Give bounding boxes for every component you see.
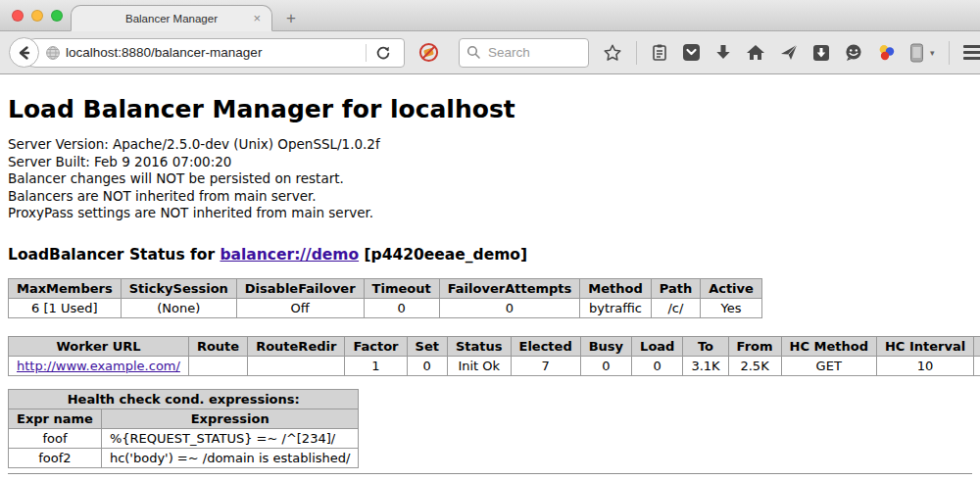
back-arrow-icon <box>16 44 33 62</box>
device-button[interactable] <box>909 43 924 63</box>
search-bar[interactable] <box>459 38 589 68</box>
column-header: Set <box>407 336 447 356</box>
cell: 2.5K <box>728 356 781 375</box>
toolbar-buttons: ▾ <box>603 41 980 65</box>
url-input[interactable] <box>61 45 366 60</box>
table-row: 6 [1 Used] (None) Off 0 0 bytraffic /c/ … <box>9 298 762 317</box>
cell <box>248 356 345 375</box>
balancer-link[interactable]: balancer://demo <box>220 246 359 264</box>
table-row: http://www.example.com/ 1 0 Init Ok 7 0 … <box>9 356 980 375</box>
downloads-button[interactable] <box>714 43 732 62</box>
cell: http://www.example.com/ <box>9 356 189 375</box>
navigation-toolbar: ▾ <box>0 31 980 74</box>
send-button[interactable] <box>779 43 799 62</box>
column-header: Status <box>447 336 511 356</box>
device-icon <box>909 43 924 63</box>
status-heading-suffix: [p4420eeae_demo] <box>365 246 528 264</box>
search-icon <box>466 45 481 60</box>
column-header: StickySession <box>121 278 236 298</box>
cell: 0 <box>632 356 683 375</box>
window-minimize-button[interactable] <box>31 10 43 22</box>
new-tab-button[interactable]: + <box>286 10 296 26</box>
server-version-line: Server Version: Apache/2.5.0-dev (Unix) … <box>8 136 972 154</box>
page-title: Load Balancer Manager for localhost <box>8 95 972 123</box>
cell: 0 <box>364 298 439 317</box>
cell: 3.1K <box>683 356 728 375</box>
health-table-title: Health check cond. expressions: <box>9 389 359 409</box>
worker-status-table: Worker URL Route RouteRedir Factor Set S… <box>8 336 980 376</box>
balancer-status-heading: LoadBalancer Status for balancer://demo … <box>8 246 972 264</box>
column-header: Method <box>580 278 651 298</box>
plugin-blocked-button[interactable] <box>418 42 439 63</box>
site-identity-globe-icon <box>45 45 61 61</box>
colored-dots-icon <box>877 43 896 62</box>
expression-cell: %{REQUEST_STATUS} =~ /^[234]/ <box>101 428 359 448</box>
cell: bytraffic <box>580 298 651 317</box>
expr-name-cell: foof2 <box>9 448 102 467</box>
cell: GET <box>781 356 876 375</box>
menu-button[interactable] <box>963 45 980 60</box>
column-header: Timeout <box>364 278 439 298</box>
persist-note-line: Balancer changes will NOT be persisted o… <box>8 170 972 188</box>
column-header: Worker URL <box>9 336 189 356</box>
window-titlebar: Balancer Manager × + <box>0 0 980 31</box>
table-row: foof2 hc('body') =~ /domain is establish… <box>9 448 359 467</box>
browser-tab[interactable]: Balancer Manager × <box>71 5 272 31</box>
reload-button[interactable] <box>367 45 400 61</box>
tab-close-icon[interactable]: × <box>253 12 261 24</box>
column-header: RouteRedir <box>248 336 345 356</box>
smiley-bubble-icon <box>844 43 863 62</box>
colored-dots-button[interactable] <box>877 43 896 62</box>
cell: Yes <box>701 298 762 317</box>
plugin-blocked-icon <box>418 42 439 63</box>
traffic-lights <box>12 10 63 22</box>
cell: 1 <box>345 356 407 375</box>
pocket-button[interactable] <box>682 43 701 62</box>
table-row: foof %{REQUEST_STATUS} =~ /^[234]/ <box>9 428 359 448</box>
paper-plane-icon <box>779 43 799 62</box>
addon-download-button[interactable] <box>812 44 830 62</box>
url-bar[interactable] <box>21 38 405 68</box>
column-header: Busy <box>580 336 631 356</box>
server-built-line: Server Built: Feb 9 2016 07:00:20 <box>8 154 972 171</box>
cell: 7 <box>511 356 580 375</box>
bookmark-star-icon <box>603 43 622 63</box>
search-input[interactable] <box>486 44 576 61</box>
column-header: Load <box>632 336 683 356</box>
bookmark-star-button[interactable] <box>603 43 622 63</box>
hello-button[interactable] <box>844 43 863 62</box>
home-icon <box>746 43 765 62</box>
column-header: Expr name <box>9 409 102 428</box>
clipboard-icon <box>651 43 668 62</box>
table-header-row: Worker URL Route RouteRedir Factor Set S… <box>9 336 980 356</box>
expression-cell: hc('body') =~ /domain is established/ <box>101 448 359 467</box>
back-button[interactable] <box>9 37 39 68</box>
column-header: Expression <box>101 409 359 428</box>
cell <box>188 356 247 375</box>
worker-url-link[interactable]: http://www.example.com/ <box>17 359 180 373</box>
column-header: FailoverAttempts <box>439 278 580 298</box>
health-check-table: Health check cond. expressions: Expr nam… <box>8 389 359 468</box>
cell: Off <box>236 298 364 317</box>
page-content: Load Balancer Manager for localhost Serv… <box>0 95 980 474</box>
cell: 0 <box>580 356 631 375</box>
status-heading-prefix: LoadBalancer Status for <box>8 246 215 264</box>
column-header: Factor <box>345 336 407 356</box>
table-title-row: Health check cond. expressions: <box>9 389 359 409</box>
column-header: DisableFailover <box>236 278 364 298</box>
column-header: Route <box>188 336 247 356</box>
clipboard-button[interactable] <box>651 43 668 62</box>
pocket-icon <box>682 43 701 62</box>
dropdown-caret-icon[interactable]: ▾ <box>930 48 935 58</box>
toolbar-separator <box>636 41 637 65</box>
addon-download-icon <box>812 44 830 62</box>
cell: 6 [1 Used] <box>9 298 122 317</box>
cell: 0 <box>439 298 580 317</box>
home-button[interactable] <box>746 43 765 62</box>
window-zoom-button[interactable] <box>51 10 63 22</box>
table-header-row: MaxMembers StickySession DisableFailover… <box>9 278 762 298</box>
cell: (None) <box>121 298 236 317</box>
column-header: To <box>683 336 728 356</box>
window-close-button[interactable] <box>12 10 24 22</box>
cell: Init Ok <box>447 356 511 375</box>
